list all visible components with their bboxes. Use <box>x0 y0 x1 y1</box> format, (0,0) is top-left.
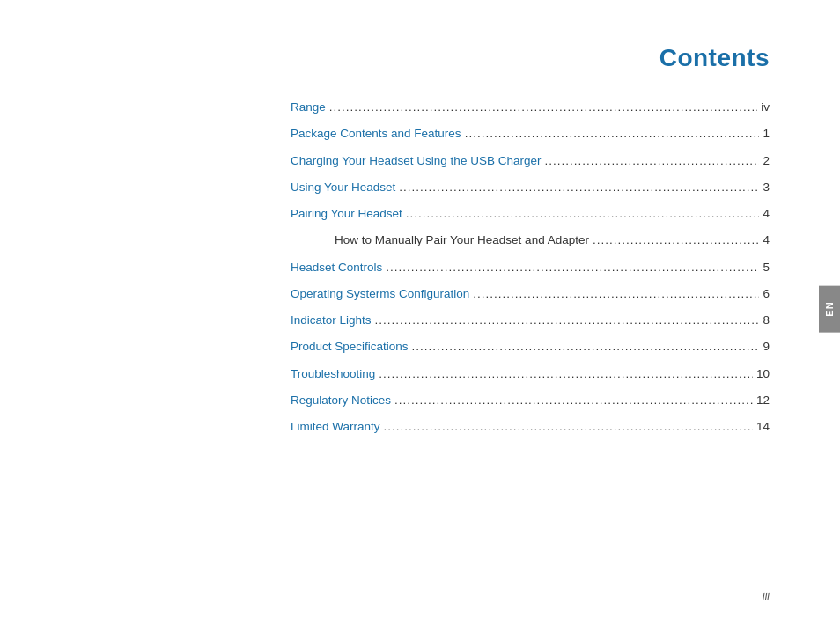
toc-dots-troubleshooting: ........................................… <box>379 365 753 383</box>
toc-dots-headset-controls: ........................................… <box>386 259 759 276</box>
toc-item-charging[interactable]: Charging Your Headset Using the USB Char… <box>291 152 770 170</box>
toc-page-regulatory: 12 <box>756 392 770 409</box>
toc-label-pairing[interactable]: Pairing Your Headset <box>291 205 402 223</box>
toc-page-operating-systems: 6 <box>763 285 770 303</box>
toc-item-warranty[interactable]: Limited Warranty........................… <box>291 418 770 436</box>
toc-page-indicator-lights: 8 <box>763 312 770 329</box>
toc-label-charging[interactable]: Charging Your Headset Using the USB Char… <box>291 152 541 170</box>
toc-item-product-specs[interactable]: Product Specifications..................… <box>291 338 770 356</box>
toc-page-headset-controls: 5 <box>763 259 770 276</box>
toc-page-range: iv <box>761 99 770 116</box>
toc-dots-warranty: ........................................… <box>384 418 753 436</box>
toc-item-package-contents[interactable]: Package Contents and Features...........… <box>291 125 770 143</box>
toc-item-headset-controls[interactable]: Headset Controls........................… <box>291 259 770 276</box>
toc-label-indicator-lights[interactable]: Indicator Lights <box>291 312 372 329</box>
toc-item-using[interactable]: Using Your Headset......................… <box>291 179 770 196</box>
toc-page-charging: 2 <box>763 152 770 170</box>
page-number: iii <box>763 590 770 602</box>
toc-item-troubleshooting[interactable]: Troubleshooting.........................… <box>291 365 770 383</box>
toc-item-operating-systems[interactable]: Operating Systerms Configuration........… <box>291 285 770 303</box>
toc-dots-regulatory: ........................................… <box>394 392 753 409</box>
toc-label-troubleshooting[interactable]: Troubleshooting <box>291 365 375 383</box>
toc-label-operating-systems[interactable]: Operating Systerms Configuration <box>291 285 469 303</box>
page-container: Contents Range..........................… <box>0 0 840 618</box>
toc-item-regulatory[interactable]: Regulatory Notices......................… <box>291 392 770 409</box>
toc-item-pairing[interactable]: Pairing Your Headset....................… <box>291 205 770 223</box>
toc-container: Range...................................… <box>0 99 840 436</box>
toc-page-using: 3 <box>763 179 770 196</box>
toc-label-package-contents[interactable]: Package Contents and Features <box>291 125 461 143</box>
toc-item-range[interactable]: Range...................................… <box>291 99 770 116</box>
toc-dots-product-specs: ........................................… <box>412 338 760 356</box>
toc-label-warranty[interactable]: Limited Warranty <box>291 418 380 436</box>
toc-page-manually-pair: 4 <box>763 232 770 249</box>
toc-label-headset-controls[interactable]: Headset Controls <box>291 259 382 276</box>
toc-dots-operating-systems: ........................................… <box>473 285 759 303</box>
toc-page-troubleshooting: 10 <box>756 365 770 383</box>
toc-label-manually-pair[interactable]: How to Manually Pair Your Headset and Ad… <box>335 232 589 249</box>
toc-dots-indicator-lights: ........................................… <box>375 312 760 329</box>
toc-label-product-specs[interactable]: Product Specifications <box>291 338 409 356</box>
toc-item-indicator-lights[interactable]: Indicator Lights........................… <box>291 312 770 329</box>
toc-label-regulatory[interactable]: Regulatory Notices <box>291 392 391 409</box>
title-area: Contents <box>0 0 840 99</box>
toc-dots-pairing: ........................................… <box>406 205 760 223</box>
toc-page-package-contents: 1 <box>763 125 770 143</box>
toc-dots-manually-pair: ........................................… <box>593 232 760 249</box>
toc-page-pairing: 4 <box>763 205 770 223</box>
toc-dots-charging: ........................................… <box>544 152 759 170</box>
toc-dots-package-contents: ........................................… <box>465 125 760 143</box>
toc-dots-range: ........................................… <box>329 99 757 116</box>
toc-item-manually-pair[interactable]: How to Manually Pair Your Headset and Ad… <box>291 232 770 249</box>
page-title: Contents <box>659 44 770 71</box>
toc-label-range[interactable]: Range <box>291 99 326 116</box>
toc-label-using[interactable]: Using Your Headset <box>291 179 395 196</box>
toc-dots-using: ........................................… <box>399 179 759 196</box>
toc-page-warranty: 14 <box>756 418 770 436</box>
toc-page-product-specs: 9 <box>763 338 770 356</box>
en-tab: EN <box>819 285 840 332</box>
